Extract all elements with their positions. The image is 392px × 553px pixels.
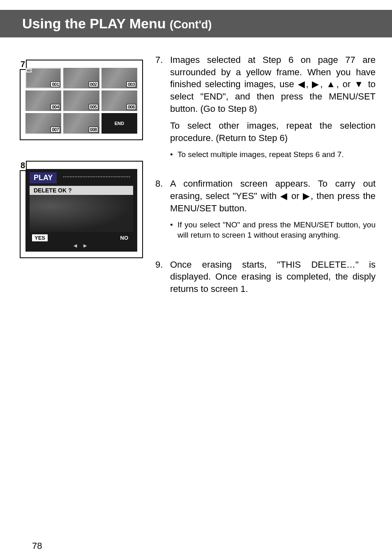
- step-9: 9. Once erasing starts, "THIS DELETE…" i…: [155, 259, 376, 300]
- left-arrow-icon: ◀: [280, 191, 288, 201]
- screen-body: [30, 195, 133, 232]
- content-area: 7 SD 001 002 003 004 005 006 007 008 END: [0, 54, 392, 317]
- step-paragraph: A confirmation screen appears. To carry …: [170, 178, 376, 214]
- thumb-number: 003: [127, 81, 136, 87]
- step-7: 7. Images selected at Step 6 on page 77 …: [155, 54, 376, 161]
- instructions-column: 7. Images selected at Step 6 on page 77 …: [155, 54, 376, 317]
- dots-rule: [63, 176, 130, 177]
- thumb-number: 001: [51, 81, 60, 87]
- yes-button[interactable]: YES: [32, 234, 48, 241]
- bullet-icon: •: [170, 149, 178, 160]
- right-arrow-icon: ▶: [303, 191, 311, 201]
- figure-7: 7 SD 001 002 003 004 005 006 007 008 END: [20, 60, 143, 140]
- thumb-number: 007: [51, 127, 60, 132]
- step-paragraph: To select other images, repeat the selec…: [170, 120, 376, 144]
- thumbnail[interactable]: 004: [25, 90, 61, 111]
- page-title: Using the PLAY Menu (Cont'd): [22, 16, 212, 31]
- play-screen: PLAY DELETE OK ? YES NO ◀ ▶: [25, 169, 137, 252]
- thumb-number: 005: [89, 104, 98, 110]
- thumbnail-end[interactable]: END: [101, 113, 137, 134]
- thumbnail[interactable]: 002: [63, 68, 99, 88]
- figure-8: 8 PLAY DELETE OK ? YES NO ◀ ▶: [20, 161, 143, 258]
- thumb-number: 004: [51, 104, 60, 110]
- step-paragraph: Images selected at Step 6 on page 77 are…: [170, 54, 376, 115]
- delete-question: DELETE OK ?: [30, 186, 133, 195]
- thumbnail[interactable]: 007: [25, 113, 61, 134]
- play-header-row: PLAY: [25, 172, 137, 186]
- end-label: END: [115, 121, 124, 126]
- step-body: Once erasing starts, "THIS DELETE…" is d…: [170, 259, 376, 300]
- sd-icon: SD: [26, 69, 32, 72]
- step-number: 9.: [155, 259, 170, 300]
- step-paragraph: Once erasing starts, "THIS DELETE…" is d…: [170, 259, 376, 295]
- up-arrow-icon: ▲: [326, 79, 337, 89]
- step-body: A confirmation screen appears. To carry …: [170, 178, 376, 242]
- step-8: 8. A confirmation screen appears. To car…: [155, 178, 376, 242]
- figure-number: 8: [20, 161, 27, 171]
- thumb-number: 002: [89, 81, 98, 87]
- thumbnail[interactable]: 003: [101, 68, 137, 88]
- title-bar: Using the PLAY Menu (Cont'd): [0, 10, 392, 37]
- step-number: 8.: [155, 178, 170, 242]
- thumbnail-grid: SD 001 002 003 004 005 006 007 008 END: [25, 68, 137, 134]
- step-number: 7.: [155, 54, 170, 161]
- thumbnail[interactable]: 006: [101, 90, 137, 111]
- figures-column: 7 SD 001 002 003 004 005 006 007 008 END: [20, 54, 143, 317]
- steps-list: 7. Images selected at Step 6 on page 77 …: [155, 54, 376, 300]
- thumbnail[interactable]: SD 001: [25, 68, 61, 88]
- thumb-number: 006: [127, 104, 136, 110]
- title-sub: (Cont'd): [170, 19, 212, 31]
- left-arrow-icon: ◀: [298, 79, 306, 89]
- sub-bullets: •If you select "NO" and press the MENU/S…: [170, 220, 376, 241]
- down-arrow-icon: ▼: [354, 79, 364, 89]
- sub-bullets: •To select multiple images, repeat Steps…: [170, 149, 376, 160]
- thumb-number: 008: [89, 127, 98, 132]
- thumbnail[interactable]: 005: [63, 90, 99, 111]
- step-body: Images selected at Step 6 on page 77 are…: [170, 54, 376, 161]
- page: Using the PLAY Menu (Cont'd) 7 SD 001 00…: [0, 10, 392, 553]
- bullet-item: •If you select "NO" and press the MENU/S…: [170, 220, 376, 241]
- confirm-buttons: YES NO: [25, 232, 137, 242]
- bullet-icon: •: [170, 220, 178, 241]
- thumbnail[interactable]: 008: [63, 113, 99, 134]
- bullet-item: •To select multiple images, repeat Steps…: [170, 149, 376, 160]
- title-main: Using the PLAY Menu: [22, 16, 166, 31]
- page-number: 78: [32, 541, 42, 551]
- no-button[interactable]: NO: [118, 234, 131, 241]
- play-header: PLAY: [30, 172, 57, 183]
- right-arrow-icon: ▶: [312, 79, 320, 89]
- nav-arrows-icon: ◀ ▶: [25, 243, 137, 248]
